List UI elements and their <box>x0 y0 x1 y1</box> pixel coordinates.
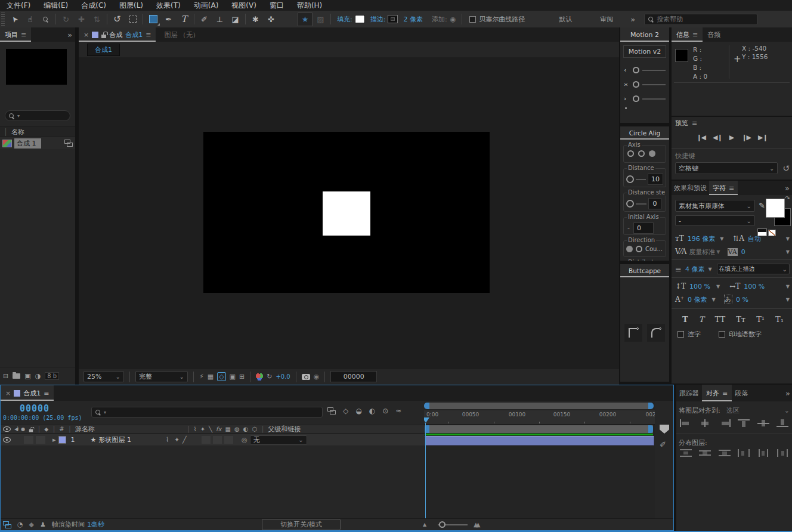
panel-menu-icon[interactable]: ≡ <box>692 119 697 127</box>
stroke-label[interactable]: 描边: <box>370 15 386 24</box>
layer-switch-cell[interactable] <box>202 436 211 444</box>
vertical-scale-dropdown-arrow[interactable]: ▼ <box>716 284 720 289</box>
interpret-footage-icon[interactable]: ⊟ <box>3 372 8 380</box>
butt-cap-button[interactable] <box>624 324 642 342</box>
tab-tracker[interactable]: 跟踪器 <box>676 385 702 401</box>
slider-track[interactable] <box>642 84 666 85</box>
baseline-shift-value[interactable]: 0 像素 <box>688 295 707 304</box>
adjustment-switch-icon[interactable]: ◐ <box>243 426 249 432</box>
eyedropper-icon[interactable]: ✎ <box>759 201 765 210</box>
shape-tool[interactable] <box>146 13 160 26</box>
motion-blur-icon[interactable]: ⊙ <box>382 407 388 415</box>
axis-both-radio[interactable] <box>649 150 655 157</box>
layer-row[interactable]: ▸ 1 ★ 形状图层 1 ⌇ ✦ ╱ ◎ 无⌄ <box>1 434 424 446</box>
scrollbar-left-cap[interactable] <box>424 403 429 409</box>
composition-item-label[interactable]: 合成 1 <box>14 138 41 149</box>
first-frame-button[interactable]: ❙◀ <box>696 134 706 141</box>
time-ruler[interactable]: 0:00 00050 00100 00150 00200 0025 <box>424 410 655 425</box>
fast-preview-icon[interactable]: ⚡ <box>199 373 204 381</box>
faux-italic-button[interactable]: T <box>699 315 704 324</box>
menu-file[interactable]: 文件(F) <box>0 1 37 11</box>
layer-shy-switch[interactable]: ⌇ <box>166 436 174 444</box>
quality-switch-icon[interactable]: ╲ <box>209 426 212 432</box>
align-bottom-button[interactable] <box>776 419 788 427</box>
menu-composition[interactable]: 合成(C) <box>75 1 113 11</box>
three-d-switch-icon[interactable]: ⬡ <box>252 426 257 432</box>
tab-audio[interactable]: 音频 <box>703 27 725 42</box>
menu-window[interactable]: 窗口 <box>263 1 290 11</box>
faux-bold-button[interactable]: T <box>682 315 688 324</box>
show-snapshot-icon[interactable]: ◉ <box>314 373 320 381</box>
pan-camera-tool[interactable]: ✚ <box>74 13 89 26</box>
reset-preview-icon[interactable]: ↺ <box>782 163 790 173</box>
close-tab-icon[interactable]: × <box>5 389 11 397</box>
region-of-interest-icon[interactable]: ▣ <box>230 373 236 381</box>
layer-duration-bar[interactable] <box>425 436 654 446</box>
parent-pickwhip-icon[interactable]: ◎ <box>242 436 248 444</box>
orbit-camera-tool[interactable]: ↻ <box>58 13 73 26</box>
align-left-button[interactable] <box>680 419 692 427</box>
tab-layer-viewer[interactable]: 图层 （无） <box>159 27 204 42</box>
distribute-right-button[interactable] <box>776 449 788 457</box>
panel-overflow-icon[interactable]: » <box>67 30 72 39</box>
motion-blur-switch-icon[interactable]: ◍ <box>234 426 240 432</box>
distance-value-field[interactable]: 10 <box>648 174 663 185</box>
axis-x-radio[interactable] <box>627 150 634 157</box>
slider-knob[interactable] <box>633 95 639 102</box>
small-caps-button[interactable]: Tт <box>736 315 745 324</box>
menu-layer[interactable]: 图层(L) <box>113 1 150 11</box>
workspace-review[interactable]: 审阅 <box>600 15 613 24</box>
exposure-reset-icon[interactable]: ↻ <box>267 373 272 381</box>
distance-step-slider-knob[interactable] <box>626 200 634 208</box>
add-arrow-icon[interactable]: ◉ <box>450 16 456 23</box>
fill-label[interactable]: 填充: <box>337 15 352 24</box>
pen-tool[interactable]: ✒ <box>161 13 176 26</box>
stroke-color-swatch[interactable] <box>388 15 398 23</box>
shape-layer-rect[interactable] <box>323 191 370 236</box>
swap-fill-stroke-icon[interactable]: ↷ <box>785 195 790 202</box>
layer-switch-cell[interactable] <box>224 436 233 444</box>
panel-menu-icon[interactable]: ≡ <box>729 184 734 192</box>
bezier-path-checkbox[interactable] <box>469 16 476 23</box>
tab-align[interactable]: 对齐 ≡ <box>702 385 732 401</box>
mask-path-toggle-icon[interactable]: ◇ <box>217 372 225 381</box>
align-top-button[interactable] <box>738 419 750 427</box>
collapse-switch-icon[interactable]: ✦ <box>200 426 205 432</box>
slider-knob[interactable] <box>633 81 639 88</box>
ease-out-icon[interactable]: › <box>624 95 630 103</box>
align-horizontal-center-button[interactable] <box>699 419 711 427</box>
frame-blending-icon[interactable]: ◐ <box>369 407 375 415</box>
parent-select[interactable]: 无⌄ <box>250 435 307 445</box>
workspace-default[interactable]: 默认 <box>559 15 572 24</box>
tab-info[interactable]: 信息 ≡ <box>672 27 703 42</box>
baseline-shift-dropdown-arrow[interactable]: ▼ <box>712 297 716 302</box>
roto-brush-tool[interactable]: ✱ <box>248 13 263 26</box>
stroke-mode-select[interactable]: 在填充上描边⌄ <box>717 264 790 274</box>
vertical-scale-value[interactable]: 100 % <box>689 283 710 290</box>
char-stroke-width-value[interactable]: 4 像素 <box>685 265 705 274</box>
work-area-bar[interactable] <box>425 425 653 433</box>
unlock-icon[interactable] <box>101 35 106 38</box>
layer-expand-arrow[interactable]: ▸ <box>52 436 56 444</box>
tab-motion2[interactable]: Motion 2 <box>620 27 669 42</box>
superscript-button[interactable]: T¹ <box>756 315 765 324</box>
horizontal-scale-dropdown-arrow[interactable]: ▼ <box>786 284 790 289</box>
flowchart-icon[interactable] <box>64 140 73 147</box>
distance-step-slider-track[interactable] <box>636 203 646 205</box>
number-column-icon[interactable]: # <box>59 426 64 432</box>
label-column-icon[interactable]: ⬥ <box>44 426 48 433</box>
round-cap-button[interactable] <box>647 324 665 342</box>
tsume-value[interactable]: 0 % <box>736 296 748 304</box>
panel-menu-icon[interactable]: ≡ <box>692 31 698 39</box>
slider-knob[interactable] <box>633 67 639 73</box>
fx-switch-icon[interactable]: fx <box>216 426 221 432</box>
timeline-h-scrollbar[interactable] <box>424 403 654 409</box>
leading-dropdown-arrow[interactable]: ▼ <box>786 236 790 242</box>
project-item-row[interactable]: 合成 1 <box>0 137 75 149</box>
unified-camera-tool[interactable] <box>125 13 140 26</box>
motion-v2-button[interactable]: Motion v2 <box>623 45 666 58</box>
viewport[interactable] <box>79 57 619 368</box>
panel-overflow-icon[interactable]: » <box>785 184 790 193</box>
shortcut-select[interactable]: 空格键⌄ <box>675 162 778 174</box>
clone-stamp-tool[interactable]: ⊥ <box>212 13 227 26</box>
